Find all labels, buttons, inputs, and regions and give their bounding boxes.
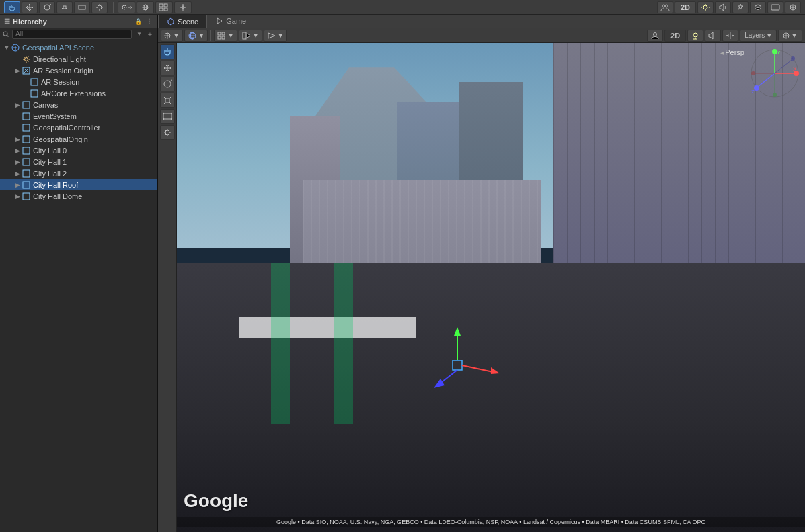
2d-btn[interactable]: 2D [675,1,696,13]
svg-rect-2 [79,5,85,9]
green-lane [271,263,290,424]
light2-icon [691,32,700,40]
universal-icon [163,128,172,137]
snap-btn[interactable] [174,1,192,13]
pivot-btn[interactable] [118,1,135,13]
gizmos2-icon [783,32,790,39]
universal-tool-btn[interactable] [91,1,108,13]
go-expand: ▶ [13,133,22,145]
2d-label: 2D [670,32,680,40]
hand-tool-btn[interactable] [4,1,20,13]
world-btn[interactable]: ▼ [184,30,208,42]
scene-root-icon [11,43,20,52]
tree-item-ch0[interactable]: ▶ City Hall 0 [0,145,157,156]
tree-item-geospatialorigin[interactable]: ▶ GeospatialOrigin [0,133,157,145]
tree-item-directional-light[interactable]: ▶ Directional Light [0,53,157,65]
audio2-btn[interactable] [705,30,721,42]
snap3-btn[interactable]: ▼ [264,30,287,42]
tree-item-arcore-ext[interactable]: ▶ ARCore Extensions [0,87,157,99]
canvas-icon [22,100,31,110]
move-icon [163,63,172,73]
hand-icon [163,47,172,56]
rotate-tool[interactable] [160,77,175,91]
gc-icon [22,123,31,132]
layer-btn[interactable] [750,1,766,13]
scene-tab-label: Scene [178,17,198,26]
chd-icon [22,192,31,201]
snap2-btn[interactable]: ▼ [239,30,262,42]
svg-rect-46 [163,114,171,119]
collab2-btn[interactable] [647,30,663,42]
grid-snap-icon [217,32,227,40]
tree-item-ch1[interactable]: ▶ City Hall 1 [0,156,157,167]
light-btn[interactable] [697,1,714,13]
hierarchy-search-input[interactable] [12,30,132,39]
scene-expand-arrow: ▼ [3,42,11,53]
hierarchy-more-btn[interactable]: ⋮ [144,17,153,26]
go-icon [22,135,31,144]
svg-point-0 [44,5,50,10]
aspect-btn[interactable] [767,1,783,13]
gizmos2-btn[interactable]: ▼ [778,30,802,42]
snap3-icon [267,32,276,40]
tree-item-canvas[interactable]: ▶ Canvas [0,99,157,110]
camera-label-text: Persp [725,48,744,56]
scale-tool-btn[interactable] [56,1,73,13]
expand-all-btn[interactable]: ▼ [135,30,144,39]
svg-line-73 [775,60,792,73]
fx2-btn[interactable] [722,30,738,42]
move-tool-btn[interactable] [22,1,38,13]
svg-rect-9 [164,4,167,7]
collab-btn[interactable] [657,1,673,13]
tree-item-ch-roof[interactable]: ▶ City Hall Roof [0,179,157,190]
ch1-icon [22,157,31,167]
rotate-tool-btn[interactable] [39,1,55,13]
universal-tool[interactable] [160,125,175,140]
sep-2 [210,30,211,41]
shading-dropdown[interactable]: ▼ [161,30,183,42]
tree-item-ch-dome[interactable]: ▶ City Hall Dome [0,190,157,202]
viewport-canvas[interactable]: Google Google • Data SIO, NOAA, U.S. Nav… [177,43,805,532]
game-tab[interactable]: Game [207,15,254,28]
shading-label: ▼ [173,32,180,39]
hierarchy-header: ☰ Hierarchy 🔒 ⋮ [0,15,157,28]
global-local-btn[interactable] [137,1,154,13]
2d-scene-btn[interactable]: 2D [664,30,686,42]
perspective-gizmo[interactable]: X Y Z [748,46,802,100]
hand-tool[interactable] [160,44,175,59]
chr-label: City Hall Roof [33,181,78,189]
crosswalk [239,317,416,338]
ace-label: ARCore Extensions [41,89,106,98]
tree-item-eventsystem[interactable]: ▶ EventSystem [0,110,157,122]
layer2-btn[interactable]: Layers ▼ [740,30,777,42]
move-tool[interactable] [160,61,175,75]
tree-item-geospatialcontroller[interactable]: ▶ GeospatialController [0,122,157,133]
svg-point-48 [170,113,171,114]
tree-item-ch2[interactable]: ▶ City Hall 2 [0,167,157,179]
audio-btn[interactable] [715,1,731,13]
grid-snap-btn[interactable]: ▼ [214,30,237,42]
ch2-label: City Hall 2 [33,169,67,178]
svg-rect-39 [222,36,225,39]
rect-tool[interactable] [160,109,175,124]
fx-btn[interactable] [732,1,749,13]
gizmos-btn[interactable] [785,1,801,13]
hierarchy-header-buttons: 🔒 ⋮ [133,17,153,26]
hierarchy-lock-btn[interactable]: 🔒 [133,17,143,26]
svg-rect-10 [159,8,163,11]
tree-item-ar-session-origin[interactable]: ▶ AR Session Origin [0,65,157,76]
scene-tab[interactable]: Scene [158,15,207,28]
light2-btn[interactable] [687,30,703,42]
google-credits: Google • Data SIO, NOAA, U.S. Navy, NGA,… [177,517,805,527]
tree-scene-root[interactable]: ▼ Geospatial API Scene [0,42,157,53]
chr-icon [22,180,31,190]
svg-point-50 [170,118,171,120]
scale-icon [163,96,172,105]
rect-tool-btn[interactable] [74,1,90,13]
add-object-btn[interactable]: + [145,30,155,39]
svg-rect-23 [31,90,38,97]
svg-point-5 [124,7,125,8]
scale-tool[interactable] [160,93,175,108]
grid-btn[interactable] [155,1,173,13]
tree-item-ar-session[interactable]: ▶ AR Session [0,76,157,87]
